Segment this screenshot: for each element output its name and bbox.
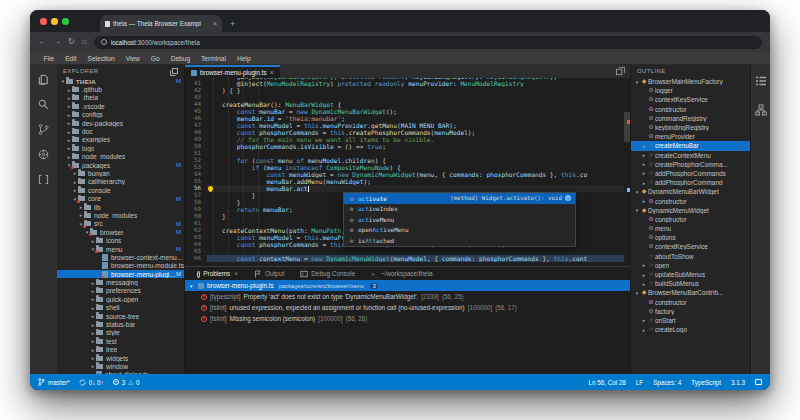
line-number[interactable]: 46: [185, 115, 207, 122]
reload-icon[interactable]: ↻: [68, 38, 75, 46]
outline-item[interactable]: ▸○updateSubMenus: [631, 270, 750, 279]
menu-file[interactable]: File: [38, 55, 60, 62]
line-number[interactable]: 45: [185, 108, 207, 115]
code-line[interactable]: 52 for (const menu of menuModel.children…: [185, 157, 624, 164]
line-number[interactable]: 44: [185, 101, 207, 108]
tree-item[interactable]: ▸quick-open: [57, 295, 184, 303]
line-number[interactable]: 58: [185, 199, 207, 206]
code-line[interactable]: 66 const contextMenu = new DynamicMenuWi…: [185, 255, 624, 262]
outline-item[interactable]: ▾◆DynamicMenuWidget: [631, 206, 750, 215]
line-number[interactable]: 65: [185, 248, 207, 255]
screen-mode-icon[interactable]: [755, 379, 762, 385]
line-number[interactable]: 41: [185, 80, 207, 87]
debug-icon[interactable]: [37, 172, 51, 186]
code-line[interactable]: 53 if (menu instanceof CompositeMenuNode…: [185, 164, 624, 171]
line-number[interactable]: 61: [185, 220, 207, 227]
code-line[interactable]: 43: [185, 94, 624, 101]
line-number[interactable]: 60: [185, 213, 207, 220]
panel-tab-output[interactable]: Output: [246, 267, 292, 280]
indentation-status[interactable]: Spaces: 4: [653, 379, 681, 386]
outline-item[interactable]: ⚙options: [631, 233, 750, 242]
outline-item[interactable]: ▸○open: [631, 261, 750, 270]
code-line[interactable]: 50 phosphorCommands.isVisible = () => tr…: [185, 143, 624, 150]
menu-terminal[interactable]: Terminal: [196, 55, 232, 62]
line-number[interactable]: 52: [185, 157, 207, 164]
outline-item[interactable]: ⚙constructor: [631, 105, 750, 114]
tree-item[interactable]: ▸test: [57, 337, 184, 345]
tree-item[interactable]: ▸shell: [57, 304, 184, 312]
tree-item[interactable]: ▸callhierarchy: [57, 178, 184, 186]
back-icon[interactable]: ←: [38, 38, 46, 46]
tree-item[interactable]: ▾menuM: [57, 245, 184, 253]
tree-item[interactable]: ▸doc: [57, 127, 184, 135]
completion-item[interactable]: ⚙openActiveMenu: [344, 225, 575, 236]
tree-item[interactable]: ▸source-tree: [57, 312, 184, 320]
line-number[interactable]: 63: [185, 234, 207, 241]
tree-item[interactable]: ▸messaging: [57, 278, 184, 286]
code-line[interactable]: 47 const menuModel = this.menuProvider.g…: [185, 122, 624, 129]
outline-item[interactable]: ⚙commandRegistry: [631, 114, 750, 123]
git-branch-status[interactable]: master*: [38, 378, 70, 386]
line-number[interactable]: 56: [185, 185, 207, 192]
problems-status[interactable]: × 3 △ 0: [113, 379, 140, 386]
menu-help[interactable]: Help: [231, 55, 256, 62]
outline-item[interactable]: ▸○buildSubMenus: [631, 279, 750, 288]
problem-row[interactable]: ×[tslint]unused expression, expected an …: [185, 302, 630, 313]
source-control-icon[interactable]: [37, 122, 51, 136]
outline-item[interactable]: ⚙menuProvider: [631, 132, 750, 141]
tree-item[interactable]: ▸bunyan: [57, 169, 184, 177]
code-line[interactable]: 46 menuBar.id = 'theia:menubar';: [185, 115, 624, 122]
tree-item[interactable]: ▸logo: [57, 144, 184, 152]
line-number[interactable]: 51: [185, 150, 207, 157]
code-editor[interactable]: 40 @inject(KeybindingRegistry) protected…: [185, 78, 630, 266]
code-line[interactable]: 51: [185, 150, 624, 157]
language-mode-status[interactable]: TypeScript: [691, 379, 721, 386]
code-line[interactable]: 45 const menuBar = new DynamicMenuBarWid…: [185, 108, 624, 115]
tree-item[interactable]: ▸widgets: [57, 354, 184, 362]
close-tab-icon[interactable]: ×: [213, 20, 217, 27]
completion-item[interactable]: ⚙isAttached: [344, 235, 575, 246]
completion-item[interactable]: ⚙activeMenu: [344, 214, 575, 225]
line-number[interactable]: 59: [185, 206, 207, 213]
tree-item[interactable]: ▾browserM: [57, 228, 184, 236]
line-number[interactable]: 66: [185, 255, 207, 262]
menu-selection[interactable]: Selection: [82, 55, 120, 62]
forward-icon[interactable]: →: [53, 38, 61, 46]
outline-item[interactable]: ▸○addPhosphorCommands: [631, 169, 750, 178]
panel-tab-problems[interactable]: !Problems×: [189, 267, 246, 280]
outline-item[interactable]: ▸○onStart: [631, 316, 750, 325]
outline-item[interactable]: ⚙menu: [631, 224, 750, 233]
minimize-window-button[interactable]: [51, 18, 58, 25]
eol-status[interactable]: LF: [636, 379, 643, 386]
line-number[interactable]: 50: [185, 143, 207, 150]
outline-item[interactable]: ▸○createMenuBar: [631, 141, 750, 150]
line-number[interactable]: 49: [185, 136, 207, 143]
search-icon[interactable]: [37, 97, 51, 111]
home-icon[interactable]: ⌂: [82, 38, 87, 46]
outline-item[interactable]: ⚙constructor: [631, 298, 750, 307]
code-line[interactable]: 65: [185, 248, 624, 255]
code-line[interactable]: 54 const menuWidget = new DynamicMenuWid…: [185, 171, 624, 178]
outline-item[interactable]: ▾◆BrowserMenuBarContrib...: [631, 288, 750, 297]
zoom-window-button[interactable]: [62, 18, 69, 25]
outline-item[interactable]: ⚙logger: [631, 86, 750, 95]
tree-item[interactable]: ▸.vscode: [57, 102, 184, 110]
menu-view[interactable]: View: [120, 55, 145, 62]
tree-item[interactable]: ▸status-bar: [57, 320, 184, 328]
tree-item[interactable]: ▾THEIAM: [57, 77, 184, 85]
line-number[interactable]: 54: [185, 171, 207, 178]
tree-item[interactable]: ▸.theia: [57, 94, 184, 102]
tree-item[interactable]: ▸node_modules: [57, 211, 184, 219]
close-editor-icon[interactable]: ×: [270, 69, 274, 76]
panel-tab-terminal[interactable]: >_~/workspace/theia: [363, 267, 440, 280]
tree-item[interactable]: ▸icons: [57, 236, 184, 244]
editor-scrollbar[interactable]: [624, 78, 630, 266]
outline-item[interactable]: ▸○createPhosphorComma...: [631, 160, 750, 169]
code-line[interactable]: 55 menuBar.addMenu(menuWidget);: [185, 178, 624, 185]
outline-item[interactable]: ▸○createContextMenu: [631, 151, 750, 160]
outline-item[interactable]: ▾◆DynamicMenuBarWidget: [631, 187, 750, 196]
line-number[interactable]: 43: [185, 94, 207, 101]
problems-file-row[interactable]: ▾ browser-menu-plugin.ts packages/core/s…: [185, 280, 630, 291]
tree-item[interactable]: ▾srcM: [57, 220, 184, 228]
explorer-icon[interactable]: [37, 72, 51, 86]
